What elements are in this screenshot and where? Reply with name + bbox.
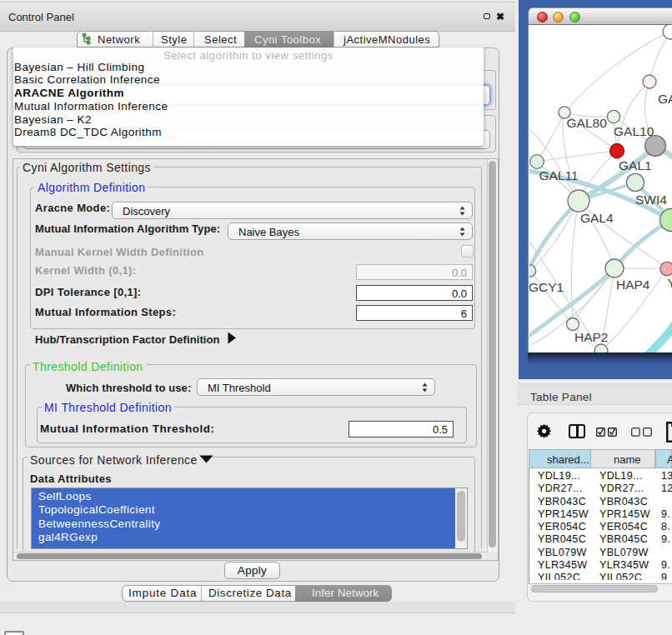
svg-text:GAL10: GAL10 [614, 124, 654, 138]
svg-text:GAL80: GAL80 [567, 116, 608, 130]
svg-text:GAL11: GAL11 [539, 168, 579, 182]
svg-text:Y: Y [668, 276, 672, 290]
svg-text:HAP4: HAP4 [616, 278, 650, 292]
svg-text:GAL1: GAL1 [619, 158, 652, 172]
svg-text:GAL4: GAL4 [580, 211, 614, 225]
svg-text:GCY1: GCY1 [529, 280, 564, 294]
svg-text:GAL: GAL [658, 92, 672, 106]
svg-text:HAP2: HAP2 [574, 330, 609, 344]
svg-text:SWI4: SWI4 [635, 192, 667, 207]
